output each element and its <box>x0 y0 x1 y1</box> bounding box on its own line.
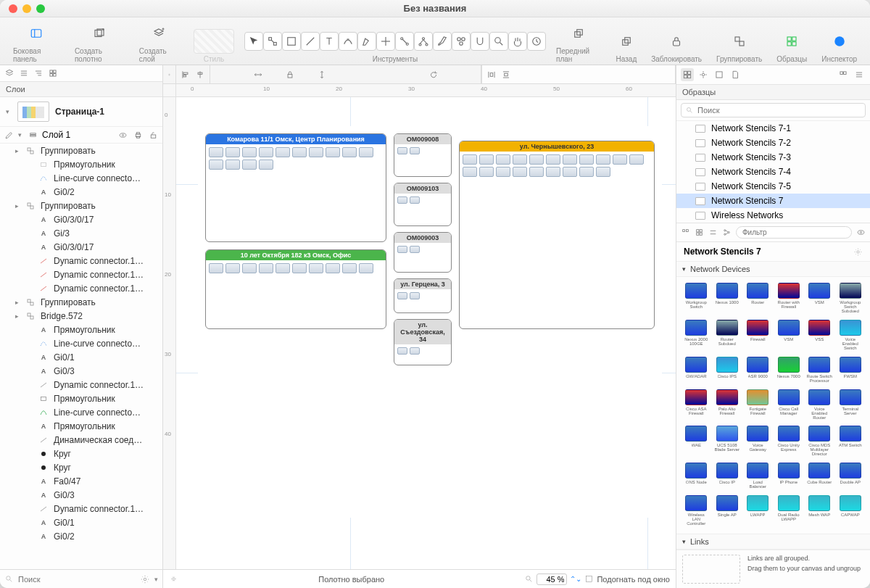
diagram-cluster[interactable]: OM009008 <box>394 133 452 177</box>
stencil-shape[interactable]: Palo Alto Firewall <box>713 389 742 422</box>
stencil-set-list[interactable]: Network Stencils 7-1Network Stencils 7-2… <box>676 121 870 223</box>
toolbar-new-canvas[interactable]: Создать полотно <box>67 20 132 63</box>
stencil-filter-input[interactable] <box>736 226 852 239</box>
node-tool[interactable] <box>263 32 282 51</box>
outline-row[interactable]: ▸Bridge.572 <box>0 309 162 323</box>
diagram-cluster[interactable]: 10 лет Октября 182 к3 Омск, Офис <box>205 249 386 329</box>
zoom-tool[interactable] <box>489 32 508 51</box>
shape-grid[interactable]: Workgroup SwitchNexus 1000RouterRouter w… <box>676 277 870 534</box>
layers-view-icon[interactable] <box>4 68 14 78</box>
stencils-tab[interactable] <box>681 68 694 81</box>
stencil-shape[interactable]: LWAPP <box>744 495 772 528</box>
outline-row[interactable]: Динамическая соед… <box>0 433 162 447</box>
resize-h-icon[interactable] <box>253 70 263 80</box>
outline-row[interactable]: Line-curve connecto… <box>0 171 162 185</box>
grid-view-icon[interactable] <box>48 68 58 78</box>
pointer-tool[interactable] <box>244 32 263 51</box>
unlock-icon[interactable] <box>149 131 158 140</box>
gear-icon[interactable] <box>853 247 863 257</box>
outline-row[interactable]: AGi0/1 <box>0 515 162 529</box>
outline-tree[interactable]: ▸ГруппироватьПрямоугольникLine-curve con… <box>0 144 162 569</box>
outline-row[interactable]: Dynamic connector.1… <box>0 502 162 515</box>
stencil-set-row[interactable]: Network Stencils 7-4 <box>676 165 870 179</box>
outline-row[interactable]: Line-curve connecto… <box>0 405 162 419</box>
eye-icon[interactable] <box>856 228 866 237</box>
stencil-shape[interactable]: Cisco IP <box>713 463 742 491</box>
outline-row[interactable]: Круг <box>0 447 162 460</box>
diagram-cluster[interactable]: Комарова 11/1 Омск, Центр Планирования <box>205 133 386 242</box>
stencil-shape[interactable]: Voice Gateway <box>744 426 772 458</box>
stencil-shape[interactable]: Double AP <box>837 463 865 491</box>
snap-tool[interactable] <box>376 32 395 51</box>
section-links[interactable]: ▾ Links <box>676 534 870 550</box>
align-center-icon[interactable] <box>195 70 205 80</box>
subgraph-tool[interactable] <box>414 32 433 51</box>
zoom-input[interactable] <box>536 573 567 585</box>
fit-to-window[interactable]: Подогнать под окно <box>597 575 670 584</box>
text-on-path-tool[interactable] <box>339 32 357 51</box>
list-icon[interactable] <box>853 68 866 81</box>
diagram-cluster[interactable]: ул. Чернышевского, 23 <box>459 141 655 329</box>
outline-row[interactable]: AGi0/3/0/17 <box>0 212 162 226</box>
outline-row[interactable]: ▸Группировать <box>0 144 162 157</box>
pen-tool[interactable] <box>357 32 376 51</box>
stencil-shape[interactable]: Router Subdued <box>713 320 742 352</box>
gear-icon[interactable] <box>140 574 150 584</box>
stencil-shape[interactable]: VSM <box>805 283 834 315</box>
lock-aspect-icon[interactable] <box>285 70 295 80</box>
chevron-down-icon[interactable]: ▾ <box>18 131 24 138</box>
outline-row[interactable]: AПрямоугольник <box>0 323 162 336</box>
stencil-shape[interactable]: Mesh WAP <box>805 495 834 528</box>
stencil-shape[interactable]: ASR 9000 <box>744 357 772 385</box>
stencil-shape[interactable]: ATM Switch <box>837 426 865 458</box>
outline-row[interactable]: AGi0/2 <box>0 529 162 543</box>
toolbar-style[interactable]: Стиль <box>186 20 241 63</box>
stencil-set-row[interactable]: Wireless Networks <box>676 208 870 223</box>
outline-row[interactable]: AПрямоугольник <box>0 419 162 433</box>
outline-row[interactable]: ▸Группировать <box>0 199 162 212</box>
align-left-icon[interactable] <box>181 70 191 80</box>
stencil-shape[interactable]: Wireless LAN Controller <box>682 495 710 528</box>
diagram-cluster[interactable]: OM009103 <box>394 183 452 226</box>
connect-tool[interactable] <box>395 32 414 51</box>
stencil-search-input[interactable] <box>681 103 866 117</box>
outline-row[interactable]: AGi0/2 <box>0 185 162 199</box>
list-icon[interactable] <box>708 228 718 237</box>
stencil-shape[interactable]: Single AP <box>713 495 742 528</box>
stencil-set-row[interactable]: Network Stencils 7-1 <box>676 121 870 136</box>
stencil-set-row[interactable]: Network Stencils 7-2 <box>676 136 870 150</box>
list-view-icon[interactable] <box>19 68 29 78</box>
stencil-shape[interactable]: Load Balancer <box>744 463 772 491</box>
stencil-shape[interactable]: Fortigate Firewall <box>744 389 772 422</box>
chevron-down-icon[interactable]: ▾ <box>6 108 12 115</box>
grid-snap-icon[interactable] <box>169 574 178 584</box>
diagram-cluster[interactable]: OM009003 <box>394 232 452 273</box>
stencil-set-row[interactable]: Network Stencils 7 <box>676 194 870 208</box>
outline-row[interactable]: Dynamic connector.1… <box>0 254 162 268</box>
stencil-shape[interactable]: UCS 5108 Blade Server <box>713 426 742 458</box>
stencil-shape[interactable]: Nexus 2000 100GE <box>682 320 710 352</box>
stencil-shape[interactable]: Dual Radio LWAPP <box>775 495 803 528</box>
text-tool[interactable] <box>320 32 339 51</box>
outline-row[interactable]: AGi0/3 <box>0 488 162 502</box>
stencil-shape[interactable]: VSM <box>775 320 803 352</box>
properties-tab[interactable] <box>697 68 710 81</box>
outline-row[interactable]: AGi0/1 <box>0 350 162 364</box>
stencil-shape[interactable]: Cisco IPS <box>713 357 742 385</box>
resize-v-icon[interactable] <box>317 70 327 80</box>
canvas-tab[interactable] <box>713 68 726 81</box>
magnet-tool[interactable] <box>471 32 489 51</box>
outline-row[interactable]: Dynamic connector.1… <box>0 378 162 392</box>
stencil-shape[interactable]: CAPWAP <box>837 495 865 528</box>
ruler-corner-drag[interactable] <box>163 65 176 83</box>
shape-tool[interactable] <box>282 32 301 51</box>
stamp-tool[interactable] <box>452 32 471 51</box>
sidebar-search-input[interactable] <box>18 575 136 584</box>
outline-row[interactable]: ▸Группировать <box>0 295 162 309</box>
stencil-shape[interactable]: Nexus 7000 <box>775 357 803 385</box>
outline-row[interactable]: Line-curve connecto… <box>0 336 162 350</box>
links-preview[interactable] <box>682 555 740 584</box>
document-tab[interactable] <box>729 68 742 81</box>
stencil-shape[interactable]: Cube Router <box>805 463 834 491</box>
zoom-stepper[interactable]: ⌃⌄ <box>570 575 581 583</box>
